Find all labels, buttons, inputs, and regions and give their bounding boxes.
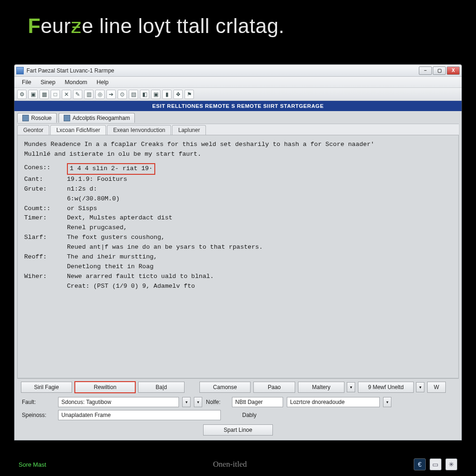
row-value: Renel prugcased, xyxy=(67,223,127,233)
gear-icon[interactable]: ✳ xyxy=(445,458,457,470)
upper-tabs: Rosolue Adcolptis Rieogamham xyxy=(17,113,459,123)
app-icon xyxy=(16,67,24,74)
lower-tabs: Geontor Lxcoan FdicMlser Exean Ienvonduc… xyxy=(17,124,459,135)
heading-part-1: eur xyxy=(40,14,71,37)
spart-button[interactable]: Spart Linoe xyxy=(203,424,273,436)
toolbar-icon[interactable]: ▥ xyxy=(84,90,93,99)
toolbar-icon[interactable]: ▦ xyxy=(40,90,49,99)
bald-button[interactable]: Ba|d xyxy=(138,382,185,393)
row-key xyxy=(24,282,67,291)
toolbar-icon[interactable]: ▣ xyxy=(28,90,38,99)
row-key xyxy=(24,194,67,204)
note-input[interactable]: NBtt Dager xyxy=(232,397,283,407)
toolbar-icon[interactable]: ✕ xyxy=(62,90,71,99)
status-center-text: Onen-itled xyxy=(213,460,247,469)
toolbar-icon[interactable]: □ xyxy=(51,90,60,99)
row-key xyxy=(24,243,67,252)
app-window: Fart Paezal Start Luvanc-1 Rarmpe – ▢ X … xyxy=(14,64,462,441)
dropdown-arrow-icon[interactable]: ▾ xyxy=(347,382,355,392)
tab-label: Adcolptis Rieogamham xyxy=(73,115,130,121)
w-button[interactable]: W xyxy=(427,382,446,393)
toolbar: ⚙ ▣ ▦ □ ✕ ✎ ▥ ◎ ➔ ⊙ ▤ ◧ ▣ ▮ ❖ ⚑ xyxy=(14,88,462,101)
row-key: Cones:: xyxy=(24,163,67,175)
maltery-button[interactable]: Maltery xyxy=(298,382,344,393)
book-icon[interactable]: ▭ xyxy=(430,458,442,470)
fault-label: Fault: xyxy=(22,399,54,405)
row-key: Cant: xyxy=(24,175,67,185)
dropdown-arrow-icon[interactable]: ▾ xyxy=(182,397,191,407)
toolbar-icon[interactable]: ➔ xyxy=(106,90,116,99)
menu-file[interactable]: File xyxy=(17,78,36,86)
content-panel: Mundes Readence In a a fcaplar Creaks fo… xyxy=(17,135,459,378)
tab-rosolue[interactable]: Rosolue xyxy=(17,113,57,123)
row-value: 6:w(/30.80M.0) xyxy=(67,194,119,204)
menu-help[interactable]: Help xyxy=(92,78,113,86)
toolbar-icon[interactable]: ⚙ xyxy=(17,90,26,99)
row-value: The foxt gusters coushong, xyxy=(67,233,165,243)
row-value: Newe ararred fault ticto uald to blnal. xyxy=(67,272,214,282)
row-key: Timer: xyxy=(24,213,67,223)
dropdown-arrow-icon[interactable]: ▾ xyxy=(194,397,202,407)
note-label: Nolfe: xyxy=(206,399,228,405)
tab-lxcoan[interactable]: Lxcoan FdicMlser xyxy=(50,125,106,135)
row-value: Denetlong theit in Roag xyxy=(67,262,153,272)
menu-sinep[interactable]: Sinep xyxy=(36,78,60,86)
minimize-button[interactable]: – xyxy=(419,66,432,75)
toolbar-icon[interactable]: ⊙ xyxy=(118,90,127,99)
menu-mondom[interactable]: Mondom xyxy=(60,78,92,86)
camonse-button[interactable]: Camonse xyxy=(199,382,251,393)
row-key: Slarf: xyxy=(24,233,67,243)
row-value: n1:2s d: xyxy=(67,185,97,194)
toolbar-icon[interactable]: ▣ xyxy=(151,90,160,99)
siril-button[interactable]: Siril Fagie xyxy=(21,382,72,393)
row-value: The and iheir murstting, xyxy=(67,252,157,262)
section-banner: ESIT RELLTIONES REMOTE S REMOTE SIIRT ST… xyxy=(14,101,462,111)
row-key xyxy=(24,223,67,233)
rewiltion-button[interactable]: Rewiltion xyxy=(75,382,135,393)
page-heading: Feurƶe line loyt ttall crlatag. xyxy=(0,0,476,47)
row-value: Creat: (PST (1/9 0) 9, Adamelv fto xyxy=(67,282,195,291)
row-value: or Sisps xyxy=(67,204,97,214)
heading-letter-z: ƶ xyxy=(71,14,82,37)
mew-button[interactable]: 9 Mewf Uneltd xyxy=(358,382,414,393)
dably-label: Dably xyxy=(242,412,257,418)
tab-icon xyxy=(64,115,70,121)
titlebar[interactable]: Fart Paezal Start Luvanc-1 Rarmpe – ▢ X xyxy=(14,65,462,77)
tab-geontor[interactable]: Geontor xyxy=(17,125,49,135)
toolbar-icon[interactable]: ▤ xyxy=(129,90,138,99)
euro-icon[interactable]: € xyxy=(414,458,426,470)
row-value: Dext, Mulstes apterdact dist xyxy=(67,213,172,223)
toolbar-icon[interactable]: ◎ xyxy=(95,90,105,99)
row-key: Reoff: xyxy=(24,252,67,262)
dropdown-arrow-icon[interactable]: ▾ xyxy=(416,382,424,392)
statusbar: Sore Mast Onen-itled € ▭ ✳ xyxy=(14,457,462,471)
intro-text: Mundes Readence In a a fcaplar Creaks fo… xyxy=(24,140,452,159)
tab-lapluner[interactable]: Lapluner xyxy=(172,125,206,135)
loz-input[interactable]: Lozrtcre dnoreadoude xyxy=(287,397,380,407)
tab-exean[interactable]: Exean Ienvonduction xyxy=(107,125,171,135)
paao-button[interactable]: Paao xyxy=(253,382,295,393)
tab-label: Rosolue xyxy=(31,115,52,121)
heading-rest: e line loyt ttall crlatag. xyxy=(82,14,284,37)
row-key: Wiher: xyxy=(24,272,67,282)
dropdown-arrow-icon[interactable]: ▾ xyxy=(383,397,391,407)
status-left-text: Sore Mast xyxy=(19,461,46,468)
row-key: Grute: xyxy=(24,185,67,194)
highlighted-value: 1 4 4 slin 2- riat 19· xyxy=(67,163,155,175)
speinoss-input[interactable]: Unapladaten Frame xyxy=(58,410,221,420)
heading-letter-f: F xyxy=(28,14,40,37)
toolbar-icon[interactable]: ✎ xyxy=(73,90,82,99)
tab-adcolptis[interactable]: Adcolptis Rieogamham xyxy=(59,113,135,123)
toolbar-icon[interactable]: ⚑ xyxy=(185,90,194,99)
tab-icon xyxy=(22,115,29,121)
row-value: Reued ant|f was ine do an be ysars to th… xyxy=(67,243,263,252)
toolbar-icon[interactable]: ◧ xyxy=(140,90,149,99)
maximize-button[interactable]: ▢ xyxy=(433,66,446,75)
menubar: File Sinep Mondom Help xyxy=(14,77,462,88)
fault-input[interactable]: Sdoncus: Tagutibow xyxy=(58,397,179,407)
close-button[interactable]: X xyxy=(447,66,460,75)
toolbar-icon[interactable]: ❖ xyxy=(173,90,183,99)
toolbar-icon[interactable]: ▮ xyxy=(162,90,172,99)
footer: Siril Fagie Rewiltion Ba|d Camonse Paao … xyxy=(17,378,459,440)
speinoss-label: Speinoss: xyxy=(22,412,54,418)
